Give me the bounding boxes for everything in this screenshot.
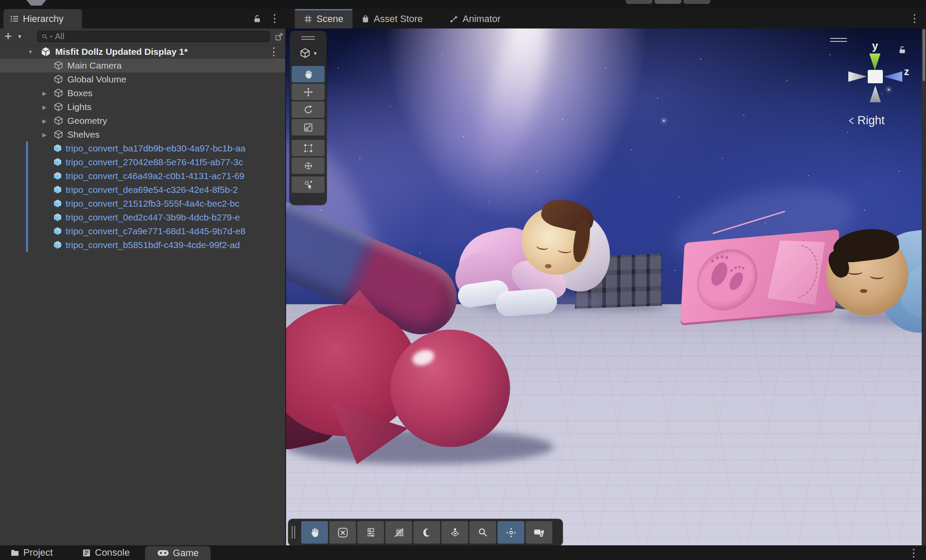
prefab-icon: [53, 143, 63, 153]
rect-tool-button[interactable]: [292, 140, 324, 156]
search-filter-caret-icon[interactable]: ▾: [50, 34, 52, 39]
tab-game[interactable]: Game: [145, 546, 211, 560]
hierarchy-item-geometry[interactable]: ▶ Geometry: [0, 114, 285, 128]
gizmo-lock-icon[interactable]: [898, 45, 907, 54]
rocket-nose[interactable]: [391, 330, 510, 447]
expand-arrow-icon[interactable]: ▶: [42, 101, 47, 114]
hierarchy-search-field[interactable]: ▾: [37, 31, 270, 42]
transform-tool-button[interactable]: [292, 157, 324, 174]
scene-lighting-button[interactable]: [413, 521, 440, 544]
scene-search-button[interactable]: [469, 521, 496, 544]
scene-camera-button[interactable]: [526, 521, 552, 544]
scrollbar-thumb[interactable]: [923, 29, 925, 81]
panel-lock-icon[interactable]: [253, 14, 261, 23]
tab-animator[interactable]: Animator: [450, 9, 501, 28]
bright-star: [663, 120, 665, 121]
scene-viewport[interactable]: ▾ y z: [286, 28, 926, 545]
gizmo-view-direction[interactable]: Right: [847, 114, 916, 127]
grid-visibility-button[interactable]: [385, 521, 412, 544]
hierarchy-item-label: Shelves: [67, 128, 100, 142]
hierarchy-item-prefab[interactable]: tripo_convert_27042e88-5e76-41f5-ab77-3c: [0, 155, 285, 169]
scale-tool-button[interactable]: [292, 119, 324, 135]
scene-effects-button[interactable]: [441, 521, 468, 544]
tab-scene[interactable]: Scene: [295, 9, 353, 28]
hierarchy-item-boxes[interactable]: ▶ Boxes: [0, 86, 285, 100]
prefab-icon: [53, 198, 63, 208]
hierarchy-item-shelves[interactable]: ▶ Shelves: [0, 128, 285, 142]
view-direction-label: Right: [857, 114, 885, 127]
hierarchy-item-prefab[interactable]: tripo_convert_c7a9e771-68d1-4d45-9b7d-e8: [0, 224, 285, 238]
rotate-tool-button[interactable]: [292, 101, 324, 118]
expand-arrow-icon[interactable]: ▶: [42, 114, 47, 128]
hierarchy-item-prefab[interactable]: tripo_convert_c46a49a2-c0b1-4131-ac71-69: [0, 169, 285, 183]
footprint-emblem: [696, 247, 759, 313]
scene-panel: Scene Asset Store Animator ⋮: [285, 9, 926, 545]
hierarchy-menu-icon[interactable]: ⋮: [269, 13, 280, 23]
scene-tab-label: Scene: [316, 13, 343, 25]
handle-line: [301, 39, 315, 40]
step-button[interactable]: [683, 0, 710, 4]
scene-menu-icon[interactable]: ⋮: [268, 47, 279, 56]
hierarchy-item-lights[interactable]: ▶ Lights: [0, 100, 285, 114]
toolbar-drag-handle[interactable]: [292, 526, 297, 539]
scene-menu-icon[interactable]: ⋮: [909, 13, 920, 23]
tool-context-dropdown[interactable]: ▾: [290, 44, 327, 62]
vertical-scrollbar[interactable]: [922, 28, 926, 545]
draw-mode-button[interactable]: [357, 521, 384, 544]
tab-project[interactable]: Project: [10, 545, 53, 560]
unity-scene-icon: [41, 47, 51, 57]
open-search-window-icon[interactable]: [274, 32, 284, 41]
hierarchy-panel: Hierarchy ⋮ + ▾ ▾ ▼ Misfit Dollz Updated…: [0, 9, 286, 545]
gameobject-icon: [54, 116, 63, 126]
tools-icon: [337, 527, 349, 538]
expand-arrow-icon[interactable]: ▼: [28, 45, 33, 59]
hierarchy-item-label: Lights: [67, 100, 91, 114]
hierarchy-item-main-camera[interactable]: Main Camera: [0, 59, 285, 72]
gameobject-context-icon: [299, 47, 311, 59]
asset-store-bag-icon: [361, 15, 370, 23]
tab-hierarchy[interactable]: Hierarchy: [3, 9, 82, 28]
hierarchy-scene-root[interactable]: ▼ Misfit Dollz Updated Display 1* ⋮: [0, 45, 285, 59]
gizmos-toggle-button[interactable]: [498, 521, 524, 544]
overlay-drag-handle[interactable]: [301, 36, 315, 40]
footprint-toe: [711, 259, 714, 263]
hierarchy-item-global-volume[interactable]: Global Volume: [0, 72, 285, 86]
scene-tools-button[interactable]: [329, 521, 356, 544]
pause-button[interactable]: [655, 0, 681, 4]
gizmo-overlay-handle[interactable]: [830, 38, 847, 44]
hierarchy-item-prefab[interactable]: tripo_convert_21512fb3-555f-4a4c-bec2-bc: [0, 197, 285, 211]
lighting-sphere-icon: [421, 527, 433, 538]
gameobject-icon: [54, 74, 63, 84]
play-button[interactable]: [626, 0, 652, 4]
tab-asset-store[interactable]: Asset Store: [361, 9, 423, 28]
bottom-bar-menu-icon[interactable]: ⋮: [908, 548, 919, 557]
prefab-icon: [53, 226, 63, 236]
asset-store-tab-label: Asset Store: [374, 13, 423, 25]
animator-tab-label: Animator: [463, 13, 501, 25]
tab-console[interactable]: Console: [82, 545, 130, 560]
baby-scale-toy[interactable]: [680, 230, 839, 324]
expand-arrow-icon[interactable]: ▶: [42, 128, 47, 142]
prefab-icon: [53, 185, 63, 195]
gizmo-center-cube[interactable]: [868, 70, 883, 83]
move-tool-button[interactable]: [292, 84, 324, 100]
search-input[interactable]: [54, 31, 266, 42]
handle-line: [294, 526, 295, 539]
hierarchy-item-prefab[interactable]: tripo_convert_0ed2c447-3b9b-4dcb-b279-e: [0, 211, 285, 224]
hierarchy-tab-label: Hierarchy: [23, 13, 63, 25]
expand-arrow-icon[interactable]: ▶: [42, 87, 47, 101]
active-tab-accent: [295, 9, 353, 10]
gizmo-z-axis-label: z: [904, 66, 909, 78]
view-hand-tool-button[interactable]: [301, 521, 328, 544]
create-dropdown-caret-icon[interactable]: ▾: [18, 33, 21, 40]
hierarchy-item-prefab[interactable]: tripo_convert_ba17db9b-eb30-4a97-bc1b-aa: [0, 142, 285, 155]
hierarchy-item-prefab[interactable]: tripo_convert_b5851bdf-c439-4cde-99f2-ad: [0, 238, 285, 252]
view-hand-tool-button[interactable]: [292, 66, 324, 82]
footprint-toe: [716, 256, 719, 260]
gameobject-icon: [54, 88, 63, 98]
custom-tool-button[interactable]: [292, 176, 324, 193]
gameobject-icon: [54, 129, 63, 139]
create-object-button[interactable]: +: [4, 29, 12, 44]
animator-icon: [450, 14, 459, 23]
hierarchy-item-prefab[interactable]: tripo_convert_dea69e54-c326-42e4-8f5b-2: [0, 183, 285, 197]
